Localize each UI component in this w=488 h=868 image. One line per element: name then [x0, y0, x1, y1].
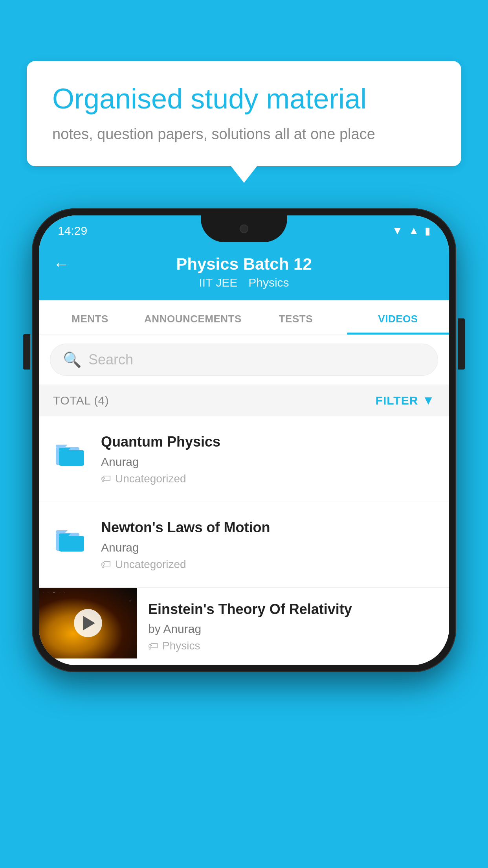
list-item[interactable]: Newton's Laws of Motion Anurag 🏷 Uncateg…: [39, 502, 449, 588]
search-container: 🔍 Search: [39, 335, 449, 384]
status-icons: ▼ ▲ ▮: [392, 224, 430, 237]
item-author: Anurag: [101, 541, 435, 554]
item-tag-row: 🏷 Uncategorized: [101, 473, 435, 485]
item-info: Einstein's Theory Of Relativity by Anura…: [137, 588, 449, 665]
svg-rect-1: [59, 450, 84, 466]
item-title: Quantum Physics: [101, 433, 435, 451]
tab-tests[interactable]: TESTS: [245, 300, 347, 335]
list-item[interactable]: Quantum Physics Anurag 🏷 Uncategorized: [39, 416, 449, 502]
item-author: by Anurag: [148, 622, 438, 636]
app-bar-title: Physics Batch 12: [176, 255, 312, 274]
svg-rect-3: [59, 536, 84, 552]
total-count: TOTAL (4): [53, 394, 109, 407]
filter-button[interactable]: FILTER ▼: [376, 393, 435, 408]
search-icon: 🔍: [63, 351, 81, 368]
notch: [201, 215, 287, 242]
play-icon: [83, 616, 95, 630]
play-button[interactable]: [74, 609, 102, 637]
app-bar: ← Physics Batch 12 IIT JEE Physics: [39, 244, 449, 300]
status-bar: 14:29 ▼ ▲ ▮: [39, 215, 449, 244]
item-tag: Physics: [162, 640, 200, 652]
item-tag-row: 🏷 Physics: [148, 640, 438, 652]
filter-icon: ▼: [422, 393, 435, 408]
item-tag-row: 🏷 Uncategorized: [101, 558, 435, 571]
item-info: Quantum Physics Anurag 🏷 Uncategorized: [101, 433, 435, 485]
item-info: Newton's Laws of Motion Anurag 🏷 Uncateg…: [101, 519, 435, 571]
filter-label: FILTER: [376, 394, 418, 407]
battery-icon: ▮: [425, 225, 430, 237]
phone-inner: 14:29 ▼ ▲ ▮ ← Physics Batch 12 IIT JEE P…: [39, 215, 449, 665]
app-bar-tag-iit: IIT JEE: [199, 276, 237, 289]
status-time: 14:29: [58, 224, 87, 237]
wifi-icon: ▼: [392, 224, 403, 237]
item-tag: Uncategorized: [115, 473, 186, 485]
tag-icon: 🏷: [101, 558, 111, 570]
speech-bubble-container: Organised study material notes, question…: [27, 61, 461, 166]
signal-icon: ▲: [408, 224, 419, 237]
camera: [240, 224, 248, 233]
phone-mockup: 14:29 ▼ ▲ ▮ ← Physics Batch 12 IIT JEE P…: [32, 208, 456, 672]
tab-ments[interactable]: MENTS: [39, 300, 141, 335]
search-input[interactable]: Search: [88, 351, 133, 368]
item-tag: Uncategorized: [115, 558, 186, 571]
app-bar-tag-physics: Physics: [248, 276, 289, 289]
speech-bubble: Organised study material notes, question…: [27, 61, 461, 166]
folder-icon: [53, 436, 88, 471]
app-bar-subtitle: IIT JEE Physics: [199, 276, 289, 289]
item-title: Einstein's Theory Of Relativity: [148, 600, 438, 619]
filter-bar: TOTAL (4) FILTER ▼: [39, 384, 449, 416]
tag-icon: 🏷: [148, 640, 158, 652]
tabs-container: MENTS ANNOUNCEMENTS TESTS VIDEOS: [39, 300, 449, 335]
bubble-subtitle: notes, question papers, solutions all at…: [52, 124, 436, 145]
item-author: Anurag: [101, 455, 435, 469]
video-thumbnail: · · ✦ · · ✦ ·: [39, 588, 137, 658]
bubble-title: Organised study material: [52, 83, 436, 115]
back-button[interactable]: ←: [53, 255, 70, 274]
folder-icon: [53, 522, 88, 557]
tab-announcements[interactable]: ANNOUNCEMENTS: [141, 300, 245, 335]
video-list: Quantum Physics Anurag 🏷 Uncategorized: [39, 416, 449, 665]
list-item[interactable]: · · ✦ · · ✦ · Einstein's Theory Of Relat…: [39, 588, 449, 666]
search-bar[interactable]: 🔍 Search: [50, 344, 438, 376]
tab-videos[interactable]: VIDEOS: [347, 300, 449, 335]
tag-icon: 🏷: [101, 473, 111, 485]
item-title: Newton's Laws of Motion: [101, 519, 435, 537]
app-bar-row: ← Physics Batch 12: [53, 255, 435, 274]
phone-outer: 14:29 ▼ ▲ ▮ ← Physics Batch 12 IIT JEE P…: [32, 208, 456, 672]
